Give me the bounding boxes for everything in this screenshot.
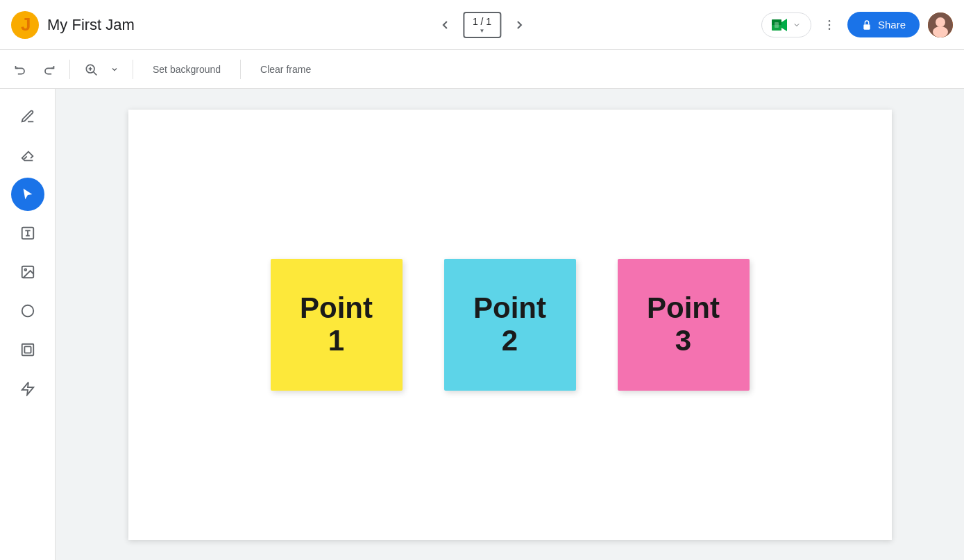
svg-marker-5 — [781, 19, 787, 31]
sticky-note-3[interactable]: Point3 — [618, 259, 750, 391]
svg-point-13 — [933, 26, 948, 37]
user-avatar[interactable] — [928, 12, 953, 37]
app-logo: J — [11, 11, 39, 39]
undo-icon — [14, 62, 28, 76]
svg-rect-6 — [775, 22, 779, 28]
prev-slide-button[interactable] — [432, 12, 457, 37]
svg-point-8 — [829, 24, 831, 26]
zoom-dropdown-button[interactable] — [105, 57, 124, 82]
canvas-frame[interactable]: Point1 Point2 Point3 — [128, 110, 892, 540]
toolbar: Set background Clear frame — [0, 50, 964, 89]
undo-button[interactable] — [8, 57, 33, 82]
svg-text:J: J — [21, 14, 31, 35]
svg-point-7 — [829, 19, 831, 22]
toolbar-divider-3 — [240, 60, 241, 79]
redo-icon — [42, 62, 56, 76]
svg-rect-10 — [863, 24, 870, 29]
text-tool-button[interactable] — [11, 217, 44, 250]
more-options-button[interactable] — [817, 12, 842, 37]
sidebar — [0, 89, 56, 560]
image-tool-button[interactable] — [11, 255, 44, 289]
svg-rect-26 — [24, 346, 31, 353]
meet-icon — [772, 19, 788, 31]
svg-rect-25 — [22, 344, 33, 356]
redo-button[interactable] — [36, 57, 61, 82]
image-icon — [20, 264, 35, 280]
toolbar-divider-1 — [69, 60, 70, 79]
laser-icon — [20, 381, 35, 396]
svg-point-9 — [829, 28, 831, 30]
pen-icon — [20, 109, 35, 124]
topbar-right: Share — [761, 12, 953, 37]
share-button[interactable]: Share — [847, 12, 920, 37]
sticky-notes-container: Point1 Point2 Point3 — [271, 259, 750, 391]
sticky-note-3-text: Point3 — [647, 292, 720, 356]
svg-line-15 — [94, 71, 97, 75]
svg-point-24 — [22, 305, 33, 317]
svg-point-23 — [24, 269, 26, 271]
canvas-area: Point1 Point2 Point3 — [56, 89, 964, 560]
next-slide-button[interactable] — [507, 12, 532, 37]
topbar: J My First Jam 1 / 1 ▼ — [0, 0, 964, 50]
lock-icon — [861, 19, 872, 31]
text-icon — [20, 226, 35, 241]
frame-icon — [20, 342, 35, 357]
set-background-button[interactable]: Set background — [142, 58, 232, 80]
laser-tool-button[interactable] — [11, 372, 44, 405]
slide-counter: 1 / 1 ▼ — [463, 12, 501, 38]
main-area: Point1 Point2 Point3 — [0, 89, 964, 560]
frame-tool-button[interactable] — [11, 333, 44, 366]
zoom-chevron-icon — [110, 65, 119, 74]
select-tool-button[interactable] — [11, 178, 44, 211]
zoom-button[interactable] — [78, 57, 103, 82]
sticky-note-2-text: Point2 — [473, 292, 546, 356]
sticky-note-1[interactable]: Point1 — [271, 259, 403, 391]
eraser-tool-button[interactable] — [11, 139, 44, 172]
document-title[interactable]: My First Jam — [47, 16, 761, 34]
sticky-note-1-text: Point1 — [300, 292, 373, 356]
toolbar-divider-2 — [133, 60, 133, 79]
zoom-icon — [84, 62, 98, 76]
shape-tool-button[interactable] — [11, 294, 44, 328]
slide-navigation: 1 / 1 ▼ — [432, 12, 532, 38]
slide-counter-dropdown-icon: ▼ — [480, 28, 485, 34]
sticky-note-2[interactable]: Point2 — [444, 259, 576, 391]
clear-frame-button[interactable]: Clear frame — [249, 58, 322, 80]
more-icon — [822, 18, 836, 32]
pen-tool-button[interactable] — [11, 100, 44, 133]
svg-point-12 — [936, 17, 945, 27]
meet-button[interactable] — [761, 12, 811, 37]
zoom-group — [78, 57, 124, 82]
shape-icon — [20, 303, 35, 319]
select-icon — [20, 187, 35, 202]
eraser-icon — [20, 148, 35, 163]
meet-dropdown-icon — [793, 21, 801, 29]
